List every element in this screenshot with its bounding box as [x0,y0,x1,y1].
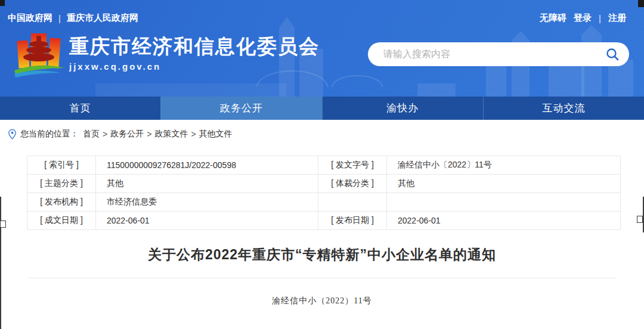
document-title: 关于公布2022年重庆市“专精特新”中小企业名单的通知 [24,246,620,264]
table-row: [ 索引号 ] 11500000009276281J/2022-00598 [ … [27,156,621,175]
content-area: 您当前的位置： 首页 > 政务公开 > 政策文件 > 其他文件 [ 索引号 ] … [0,120,644,306]
site-header: 中国政府网 | 重庆市人民政府网 无障碍 登录 | 注册 [0,0,644,97]
meta-value-publish-date: 2022-06-01 [387,212,621,230]
cq-gov-link[interactable]: 重庆市人民政府网 [67,13,138,24]
nav-tab-gov-info[interactable]: 政务公开 [160,97,321,120]
government-document-page: 中国政府网 | 重庆市人民政府网 无障碍 登录 | 注册 [0,0,644,329]
meta-label: [ 索引号 ] [27,156,96,175]
breadcrumb-item-policy-files[interactable]: 政策文件 [154,129,188,139]
register-link[interactable]: 注册 [608,13,626,24]
meta-label: [ 发文字号 ] [318,156,387,175]
table-row: [ 主题分类 ] 其他 [ 体裁分类 ] 其他 [27,175,621,193]
site-title-block[interactable]: 重庆市经济和信息化委员会 jjxxw.cq.gov.cn [69,36,320,72]
meta-label-empty [318,193,387,212]
meta-value-written-date: 2022-06-01 [96,212,318,230]
table-row: [ 成文日期 ] 2022-06-01 [ 发布日期 ] 2022-06-01 [27,212,621,230]
crop-artifact [0,197,1,329]
meta-value-genre-category: 其他 [387,175,621,193]
document-metadata-table: [ 索引号 ] 11500000009276281J/2022-00598 [ … [27,156,621,230]
title-divider [27,278,617,278]
crop-artifact [0,0,5,6]
breadcrumb-item-home[interactable]: 首页 [83,129,100,139]
search-input[interactable] [383,49,586,60]
breadcrumb: 您当前的位置： 首页 > 政务公开 > 政策文件 > 其他文件 [0,120,644,139]
nav-tab-home[interactable]: 首页 [0,97,160,120]
accessibility-link[interactable]: 无障碍 [540,13,566,24]
separator: | [599,13,601,23]
main-navigation: 首页 政务公开 渝快办 互动交流 [0,97,644,120]
meta-value-index-number: 11500000009276281J/2022-00598 [96,156,318,175]
meta-value-doc-symbol: 渝经信中小〔2022〕11号 [387,156,621,175]
meta-label: [ 成文日期 ] [27,212,96,230]
nav-tab-yukuaiban[interactable]: 渝快办 [322,97,483,120]
meta-value-issuing-agency: 市经济信息委 [96,193,318,212]
meta-value-empty [387,193,621,212]
meta-label: [ 体裁分类 ] [318,175,387,193]
search-box [368,42,629,66]
breadcrumb-separator: > [103,129,107,139]
meta-label: [ 发布机构 ] [27,193,96,212]
login-link[interactable]: 登录 [574,13,592,24]
gov-cn-link[interactable]: 中国政府网 [8,13,52,24]
site-title: 重庆市经济和信息化委员会 [69,36,320,57]
breadcrumb-prefix: 您当前的位置： [20,129,79,139]
meta-value-topic-category: 其他 [96,175,318,193]
breadcrumb-separator: > [147,129,151,139]
site-logo[interactable] [13,31,66,87]
breadcrumb-separator: > [191,129,196,139]
separator: | [58,13,61,23]
site-domain: jjxxw.cq.gov.cn [69,61,320,72]
meta-label: [ 主题分类 ] [27,175,96,193]
document-number: 渝经信中小（2022）11号 [0,296,644,306]
location-pin-icon [8,129,16,139]
crop-artifact [0,221,6,228]
nav-tab-interaction[interactable]: 互动交流 [483,97,644,120]
top-utility-bar: 中国政府网 | 重庆市人民政府网 无障碍 登录 | 注册 [0,13,644,24]
crop-artifact [637,216,643,223]
crop-artifact [638,0,644,7]
meta-label: [ 发布日期 ] [318,212,387,230]
breadcrumb-item-gov-info[interactable]: 政务公开 [110,129,144,139]
breadcrumb-item-other-files[interactable]: 其他文件 [199,129,233,139]
table-row: [ 发布机构 ] 市经济信息委 [27,193,621,212]
search-icon[interactable] [605,47,620,61]
